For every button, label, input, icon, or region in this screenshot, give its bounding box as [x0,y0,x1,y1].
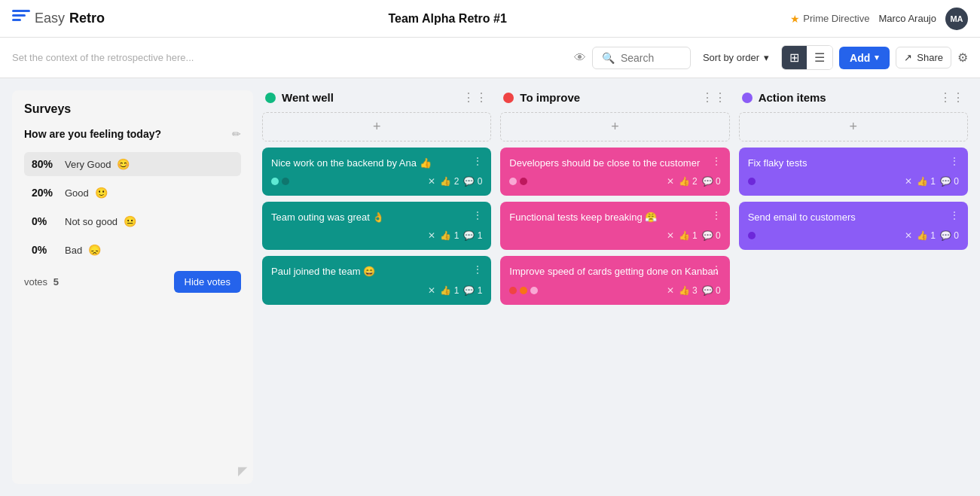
card-menu-icon[interactable]: ⋮ [472,263,484,275]
column-header: Action items ⋮⋮ [739,90,968,105]
add-card-button[interactable]: + [739,112,968,141]
add-chevron-icon: ▾ [875,53,879,62]
survey-emoji: 😊 [117,158,130,170]
card-menu-icon[interactable]: ⋮ [711,263,722,275]
column-header: Went well ⋮⋮ [262,90,491,105]
card-text: Team outing was great 👌 [271,211,482,224]
add-card-button[interactable]: + [262,112,491,141]
card-menu-icon[interactable]: ⋮ [711,155,722,167]
toolbar-right: 👁 🔍 Sort by order ▾ ⊞ ☰ Add ▾ ↗ Share ⚙ [574,45,968,70]
sort-label: Sort by order [703,52,759,63]
avatar[interactable]: MA [945,8,968,30]
card-delete-icon[interactable]: ✕ [428,176,435,187]
card-dot [509,178,517,185]
card-like[interactable]: 👍 2 [440,176,459,187]
card-like[interactable]: 👍 1 [440,230,459,241]
add-card-button[interactable]: + [500,112,729,141]
votes-text: votes 5 [24,276,59,288]
card-actions: ✕ 👍 1 💬 1 [271,285,482,296]
card-actions: ✕ 👍 1 💬 0 [509,230,720,241]
share-button[interactable]: ↗ Share [896,47,951,68]
card-comment[interactable]: 💬 0 [702,176,721,187]
card-delete-icon[interactable]: ✕ [905,230,912,241]
view-list-button[interactable]: ☰ [807,46,832,69]
page-title: Team Alpha Retro #1 [388,12,506,26]
survey-option: 20% Good 🙂 [24,181,241,205]
context-placeholder[interactable]: Set the context of the retrospective her… [12,52,565,63]
card-text: Send email to customers [748,211,959,224]
card-like[interactable]: 👍 3 [679,285,698,296]
card-actions: ✕ 👍 3 💬 0 [509,285,720,296]
card-delete-icon[interactable]: ✕ [428,230,435,241]
app-header: EasyRetro Team Alpha Retro #1 ★ Prime Di… [0,0,980,38]
column-menu-icon[interactable]: ⋮⋮ [463,90,488,105]
card-delete-icon[interactable]: ✕ [667,285,674,296]
card-dot [520,178,527,185]
card-like[interactable]: 👍 1 [917,176,936,187]
column-menu-icon[interactable]: ⋮⋮ [701,90,727,105]
card: ⋮ Improve speed of cards getting done on… [500,256,729,304]
logo[interactable]: EasyRetro [12,10,105,28]
card-comment[interactable]: 💬 1 [463,285,482,296]
toolbar: Set the context of the retrospective her… [0,38,980,78]
add-label: Add [850,52,870,64]
votes-count: 5 [53,276,59,288]
card-dot [748,232,756,239]
add-button[interactable]: Add ▾ [839,47,890,69]
view-grid-button[interactable]: ⊞ [782,46,807,69]
card-actions: ✕ 👍 2 💬 0 [271,176,482,187]
card-delete-icon[interactable]: ✕ [905,176,912,187]
card-like[interactable]: 👍 1 [679,230,698,241]
logo-easy-text: Easy [35,11,65,26]
card-actions: ✕ 👍 1 💬 1 [271,230,482,241]
survey-pct: 80% [32,158,59,170]
card-dot [748,178,756,185]
gear-icon[interactable]: ⚙ [957,50,968,65]
card-comment[interactable]: 💬 0 [940,230,959,241]
card-delete-icon[interactable]: ✕ [667,230,674,241]
share-label: Share [917,52,943,63]
logo-icon [12,10,30,28]
star-icon: ★ [790,13,800,25]
column-menu-icon[interactable]: ⋮⋮ [939,90,965,105]
card: ⋮ Paul joined the team 😄 ✕ 👍 1 💬 1 [262,256,491,304]
survey-option: 80% Very Good 😊 [24,152,241,176]
column-went-well: Went well ⋮⋮ + ⋮ Nice work on the backen… [262,90,491,484]
card-comment[interactable]: 💬 0 [702,285,721,296]
edit-icon[interactable]: ✏ [232,128,241,140]
survey-label: Good [65,187,89,199]
column-title: Went well [282,91,456,104]
card-delete-icon[interactable]: ✕ [428,285,435,296]
column-title: Action items [759,91,933,104]
card-dots [748,178,756,185]
card-text: Nice work on the backend by Ana 👍 [271,157,482,170]
card-dots [509,178,527,185]
survey-pct: 0% [32,215,59,227]
card-actions: ✕ 👍 1 💬 0 [748,230,959,241]
sort-button[interactable]: Sort by order ▾ [697,47,775,68]
card-menu-icon[interactable]: ⋮ [949,155,960,167]
card-menu-icon[interactable]: ⋮ [711,209,722,221]
survey-option: 0% Not so good 😐 [24,209,241,233]
card-comment[interactable]: 💬 0 [940,176,959,187]
eye-icon[interactable]: 👁 [574,51,586,65]
card-comment[interactable]: 💬 0 [702,230,721,241]
card-like[interactable]: 👍 1 [440,285,459,296]
card-menu-icon[interactable]: ⋮ [949,209,960,221]
hide-votes-button[interactable]: Hide votes [174,271,241,293]
card-delete-icon[interactable]: ✕ [667,176,674,187]
card-menu-icon[interactable]: ⋮ [472,209,484,221]
search-input[interactable] [621,52,681,64]
survey-options: 80% Very Good 😊 20% Good 🙂 0% Not so goo… [24,152,241,262]
survey-emoji: 😞 [88,244,101,256]
card-like[interactable]: 👍 2 [679,176,698,187]
survey-emoji: 🙂 [95,187,108,199]
card-comment[interactable]: 💬 0 [463,176,482,187]
survey-label: Not so good [65,216,118,227]
card-menu-icon[interactable]: ⋮ [472,155,484,167]
survey-pct: 20% [32,187,59,199]
card-like[interactable]: 👍 1 [917,230,936,241]
card-dot [530,287,538,294]
prime-directive[interactable]: ★ Prime Directive [790,13,869,25]
card-comment[interactable]: 💬 1 [463,230,482,241]
